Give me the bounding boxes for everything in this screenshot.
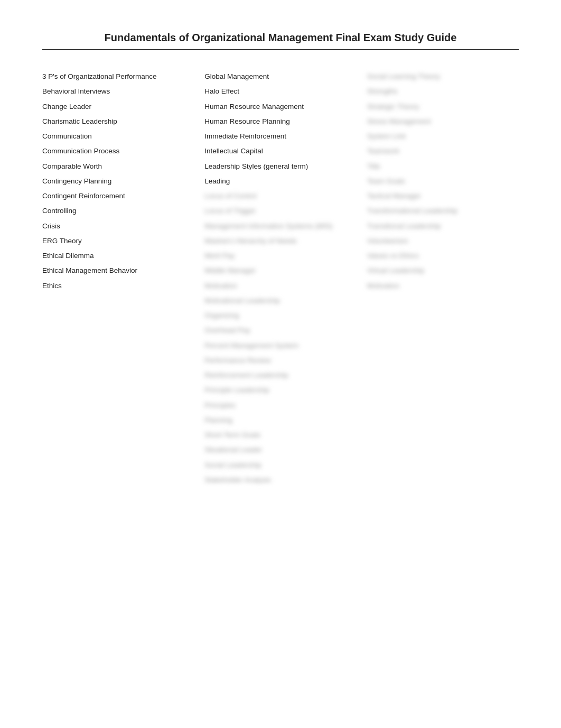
list-item: Strengths — [367, 86, 519, 97]
list-item: Human Resource Management — [204, 102, 356, 112]
list-item: Title — [367, 161, 519, 172]
column-3: Social Learning TheoryStrengthsStrategic… — [367, 71, 519, 296]
list-item: Virtual Leadership — [367, 265, 519, 276]
list-item: Motivation — [204, 281, 356, 291]
list-item: Organizing — [204, 310, 356, 321]
list-item: Strategic Theory — [367, 102, 519, 112]
list-item: Situational Leader — [204, 445, 356, 455]
list-item: Motivational Leadership — [204, 296, 356, 306]
list-item: Middle Manager — [204, 265, 356, 276]
list-item: Stakeholder Analysis — [204, 475, 356, 485]
list-item: Locus of Trigger — [204, 206, 356, 216]
list-item: Merit Pay — [204, 251, 356, 261]
list-item: Management Information Systems (MIS) — [204, 221, 356, 232]
list-item: Principle Leadership — [204, 385, 356, 395]
list-item: Change Leader — [42, 102, 194, 112]
list-item: Human Resource Planning — [204, 116, 356, 127]
list-item: Controlling — [42, 206, 194, 216]
list-item: Principles — [204, 400, 356, 411]
list-item: Volunteerism — [367, 236, 519, 246]
list-item: Communication — [42, 131, 194, 142]
list-item: Behavioral Interviews — [42, 86, 194, 97]
list-item: Ethical Dilemma — [42, 251, 194, 261]
column-2: Global ManagementHalo EffectHuman Resour… — [204, 71, 367, 490]
list-item: Motivation — [367, 281, 519, 291]
list-item: Ethical Management Behavior — [42, 265, 194, 276]
list-item: Locus of Control — [204, 191, 356, 201]
list-item: Tactical Manager — [367, 191, 519, 201]
list-item: Overhead Pay — [204, 325, 356, 336]
list-item: Immediate Reinforcement — [204, 131, 356, 142]
list-item: Transformational Leadership — [367, 206, 519, 216]
list-item: Leadership Styles (general term) — [204, 161, 356, 172]
list-item: Global Management — [204, 71, 356, 82]
content-columns: 3 P's of Organizational PerformanceBehav… — [42, 71, 519, 490]
list-item: Intellectual Capital — [204, 146, 356, 156]
list-item: Stress Management — [367, 116, 519, 127]
list-item: ERG Theory — [42, 236, 194, 246]
list-item: 3 P's of Organizational Performance — [42, 71, 194, 82]
list-item: Team Goals — [367, 176, 519, 187]
list-item: System Link — [367, 131, 519, 142]
list-item: Crisis — [42, 221, 194, 232]
page-title: Fundamentals of Organizational Managemen… — [42, 32, 519, 50]
list-item: Planning — [204, 415, 356, 426]
list-item: Communication Process — [42, 146, 194, 156]
list-item: Percent Management System — [204, 340, 356, 351]
list-item: Performance Review — [204, 355, 356, 366]
list-item: Reinforcement Leadership — [204, 370, 356, 381]
list-item: Transitional Leadership — [367, 221, 519, 232]
list-item: Social Leadership — [204, 460, 356, 471]
column-1: 3 P's of Organizational PerformanceBehav… — [42, 71, 204, 296]
list-item: Charismatic Leadership — [42, 116, 194, 127]
list-item: Teamwork — [367, 146, 519, 156]
list-item: Contingency Planning — [42, 176, 194, 187]
list-item: Comparable Worth — [42, 161, 194, 172]
list-item: Contingent Reinforcement — [42, 191, 194, 201]
list-item: Short-Term Goals — [204, 430, 356, 440]
list-item: Halo Effect — [204, 86, 356, 97]
list-item: Social Learning Theory — [367, 71, 519, 82]
list-item: Values vs Ethics — [367, 251, 519, 261]
list-item: Ethics — [42, 281, 194, 291]
list-item: Maslow's Hierarchy of Needs — [204, 236, 356, 246]
list-item: Leading — [204, 176, 356, 187]
